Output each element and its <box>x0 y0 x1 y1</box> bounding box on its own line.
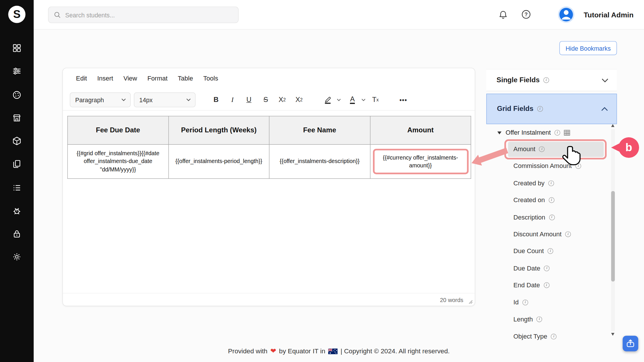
storefront-icon[interactable] <box>12 113 22 123</box>
bug-icon[interactable] <box>12 206 22 216</box>
header-fee-due-date[interactable]: Fee Due Date <box>67 116 168 145</box>
table-header-row: Fee Due Date Period Length (Weeks) Fee N… <box>67 116 471 145</box>
italic-button[interactable]: I <box>225 93 240 107</box>
menu-edit[interactable]: Edit <box>74 74 89 83</box>
footer: Provided with ❤ by Equator IT in | Copyr… <box>34 347 644 356</box>
tree-item-description[interactable]: Description <box>513 211 555 224</box>
avatar[interactable] <box>558 6 575 23</box>
tree-item-end-date[interactable]: End Date <box>513 279 549 292</box>
chevron-up-icon[interactable] <box>601 107 608 111</box>
text-color-button[interactable]: A <box>345 93 360 107</box>
tree-item-label: Object Type <box>513 333 547 340</box>
subscript-button[interactable]: X2 <box>275 93 289 107</box>
grid-fields-label: Grid Fields <box>497 105 533 113</box>
more-toolbar-button[interactable]: ••• <box>396 93 411 107</box>
scrollbar-up-arrow[interactable] <box>611 124 614 127</box>
caret-down-icon[interactable] <box>497 131 502 135</box>
info-icon[interactable] <box>555 130 560 136</box>
info-icon[interactable] <box>544 282 549 288</box>
tree-item-label: Id <box>513 299 519 306</box>
text-color-menu-button[interactable] <box>361 97 366 102</box>
header-amount[interactable]: Amount <box>370 116 471 145</box>
cursor-hand-icon <box>562 145 581 165</box>
superscript-button[interactable]: X2 <box>291 93 306 107</box>
scrollbar-down-arrow[interactable] <box>611 333 614 336</box>
cell-period-length[interactable]: {{offer_instalments-period_length}} <box>168 145 269 179</box>
search-input[interactable] <box>65 11 233 18</box>
highlight-color-menu-button[interactable] <box>336 97 342 102</box>
info-icon[interactable] <box>537 317 542 322</box>
tree-item-due-count[interactable]: Due Count <box>513 245 553 257</box>
menu-format[interactable]: Format <box>146 74 169 83</box>
tree-item-created-by[interactable]: Created by <box>513 177 554 190</box>
sliders-icon[interactable] <box>12 66 22 76</box>
arrow-up-box-icon <box>625 339 635 348</box>
menu-table[interactable]: Table <box>176 74 195 83</box>
grid-fields-section[interactable]: Grid Fields <box>486 94 617 124</box>
tree-item-label: End Date <box>513 281 540 289</box>
tree-item-label: Length <box>513 316 533 323</box>
tree-item-created-on[interactable]: Created on <box>513 194 554 206</box>
tree-item-id[interactable]: Id <box>513 296 528 309</box>
template-editor: Edit Insert View Format Table Tools Para… <box>63 68 475 306</box>
list-icon[interactable] <box>12 183 22 193</box>
scrollbar-thumb[interactable] <box>611 191 615 281</box>
heart-icon: ❤ <box>270 347 276 356</box>
australia-flag-icon <box>328 348 338 354</box>
tree-item-length[interactable]: Length <box>513 313 542 326</box>
block-format-select[interactable]: Paragraph <box>70 92 131 107</box>
tree-item-discount-amount[interactable]: Discount Amount <box>513 228 571 241</box>
sidebar: S <box>0 0 34 362</box>
tree-node-offer-instalment[interactable]: Offer Instalment <box>497 127 570 139</box>
menu-tools[interactable]: Tools <box>202 74 220 83</box>
editor-statusbar: 20 words <box>63 293 475 306</box>
clear-formatting-small: x <box>376 97 379 102</box>
strikethrough-button[interactable]: S <box>258 93 273 107</box>
scroll-top-button[interactable] <box>623 336 638 351</box>
chevron-down-icon[interactable] <box>601 78 609 83</box>
resize-handle-icon[interactable] <box>468 299 473 304</box>
search-box[interactable] <box>48 7 238 23</box>
grid-icon <box>564 130 570 136</box>
user-name[interactable]: Tutorial Admin <box>584 0 633 30</box>
highlight-color-button[interactable] <box>320 93 335 107</box>
header-period-length[interactable]: Period Length (Weeks) <box>168 116 269 145</box>
chevron-down-icon <box>121 98 126 101</box>
underline-button[interactable]: U <box>241 93 256 107</box>
info-icon[interactable] <box>548 197 554 203</box>
bold-button[interactable]: B <box>209 93 223 107</box>
info-icon[interactable] <box>522 299 528 305</box>
lock-icon[interactable] <box>12 229 22 239</box>
menu-insert[interactable]: Insert <box>96 74 115 83</box>
info-icon[interactable] <box>551 334 557 339</box>
app-stage: ? Tutorial Admin S <box>0 0 644 362</box>
palette-icon[interactable] <box>12 90 22 100</box>
info-icon[interactable] <box>543 77 549 83</box>
cell-fee-due-date[interactable]: {{#grid offer_instalments}}{{#date offer… <box>67 145 168 179</box>
info-icon[interactable] <box>544 266 550 271</box>
info-icon[interactable] <box>537 106 543 112</box>
tree-item-object-type[interactable]: Object Type <box>513 330 557 340</box>
hide-bookmarks-button[interactable]: Hide Bookmarks <box>559 41 617 55</box>
help-icon[interactable]: ? <box>521 9 531 20</box>
pages-icon[interactable] <box>12 159 22 169</box>
single-fields-section[interactable]: Single Fields <box>486 69 617 91</box>
dashboard-icon[interactable] <box>12 43 22 53</box>
info-icon[interactable] <box>549 215 555 220</box>
app-logo-icon[interactable]: S <box>8 5 26 24</box>
clear-formatting-button[interactable]: Tx <box>368 93 383 107</box>
info-icon[interactable] <box>548 180 554 186</box>
info-icon[interactable] <box>548 248 553 254</box>
menu-view[interactable]: View <box>122 74 139 83</box>
cube-icon[interactable] <box>12 136 22 146</box>
tree-item-due-date[interactable]: Due Date <box>513 262 550 275</box>
header-fee-name[interactable]: Fee Name <box>269 116 370 145</box>
word-count[interactable]: 20 words <box>440 297 463 303</box>
cell-fee-name[interactable]: {{offer_instalments-description}} <box>269 145 370 179</box>
tree-item-label: Created by <box>513 180 545 187</box>
info-icon[interactable] <box>565 231 571 237</box>
subscript-small: 2 <box>283 97 286 102</box>
notifications-bell-icon[interactable] <box>498 10 508 20</box>
gear-icon[interactable] <box>12 252 22 262</box>
font-size-select[interactable]: 14px <box>134 92 196 107</box>
